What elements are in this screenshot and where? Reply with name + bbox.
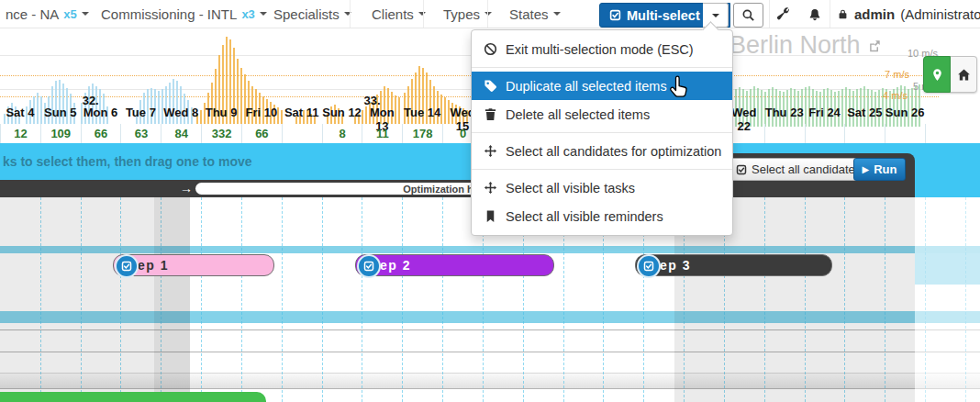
day-value: 66 — [81, 124, 121, 143]
open-location-icon[interactable] — [868, 39, 881, 52]
menu-item-exit-multi-selection-mode-esc-[interactable]: Exit multi-selection mode (ESC) — [472, 35, 732, 63]
location-title: Berlin North — [729, 31, 881, 60]
task-bar[interactable]: ep 3 — [635, 254, 832, 276]
day-value: 8 — [322, 124, 362, 143]
day-gridline — [362, 197, 362, 402]
move-icon — [484, 144, 497, 158]
day-value: 109 — [40, 124, 81, 143]
instruction-text: ks to select them, then drag one to move — [3, 154, 252, 169]
day-label: Sun 12 — [322, 106, 362, 122]
menu-item-select-all-candidates-for-optimization[interactable]: Select all candidates for optimization — [472, 137, 732, 165]
day-label: Thu 9 — [201, 106, 241, 122]
day-label: Fri 24 — [805, 106, 845, 122]
ban-icon — [484, 42, 497, 56]
menu-divider — [472, 169, 732, 170]
day-value: 84 — [161, 124, 201, 143]
task-label: ep 3 — [660, 258, 691, 273]
day-label: Mon 6 — [81, 106, 121, 122]
app-window: Berlin North 10 m/s7 m/s5 m/s4 m/s 32.33… — [0, 0, 980, 402]
navbar-divider — [769, 0, 770, 28]
menu-item-select-all-visible-reminders[interactable]: Select all visible reminders — [472, 202, 732, 230]
user-menu[interactable]: admin (Administrator) — [837, 0, 980, 28]
navbar-divider — [487, 0, 488, 28]
day-label: Tue 7 — [120, 106, 161, 122]
today-column — [154, 197, 190, 402]
day-value — [805, 124, 845, 143]
day-value — [885, 124, 926, 143]
filter-count-badge: x5 — [63, 7, 76, 21]
menu-item-select-all-visible-tasks[interactable]: Select all visible tasks — [472, 173, 732, 202]
check-square-icon — [736, 164, 747, 175]
tag-icon — [484, 79, 497, 93]
select-all-candidates-button[interactable]: Select all candidates — [728, 158, 869, 181]
day-value — [764, 124, 805, 143]
task-selected-badge[interactable] — [115, 254, 139, 278]
nav-filter-types[interactable]: Types — [434, 0, 501, 28]
run-button[interactable]: ▶ Run — [853, 158, 906, 181]
home-button[interactable] — [951, 56, 977, 93]
task-selected-badge[interactable] — [357, 254, 381, 278]
day-label: Wed 8 — [161, 106, 201, 122]
top-navbar: nce - NAx5Commissioning - INTLx3Speciali… — [0, 0, 980, 28]
bookmark-icon — [484, 209, 497, 223]
menu-item-duplicate-all-selected-items[interactable]: Duplicate all selected items — [472, 72, 732, 100]
nav-filter-states[interactable]: States — [500, 0, 570, 28]
menu-item-delete-all-selected-items[interactable]: Delete all selected items — [472, 100, 732, 128]
search-icon — [741, 8, 755, 22]
scale-label: 7 m/s — [854, 69, 909, 80]
day-value: 66 — [241, 124, 282, 143]
day-label: Fri 10 — [241, 106, 282, 122]
scale-label: 4 m/s — [852, 90, 908, 101]
task-bar[interactable]: ep 2 — [355, 254, 554, 276]
task-selected-badge[interactable] — [637, 254, 661, 278]
day-label: Sat 25 — [844, 106, 885, 122]
move-icon — [484, 181, 497, 195]
navbar-divider — [423, 0, 424, 28]
nav-filter-nce-na[interactable]: nce - NAx5 — [0, 0, 98, 28]
task-bar[interactable]: ep 1 — [113, 254, 274, 276]
day-value: 178 — [402, 124, 442, 143]
day-value: 11 — [362, 124, 402, 143]
map-toggle-group — [923, 56, 977, 93]
day-label: Tue 14 — [402, 106, 442, 122]
day-label: Sun 5 — [40, 106, 81, 122]
horizon-drag-arrow[interactable]: → — [180, 181, 193, 195]
nav-filter-specialists[interactable]: Specialists — [264, 0, 361, 28]
day-label: Mon 13 — [362, 106, 402, 122]
nav-filter-commissioning-intl[interactable]: Commissioning - INTLx3 — [92, 0, 276, 28]
task-label: ep 2 — [380, 258, 411, 273]
day-gridline — [442, 197, 443, 402]
day-label: Sun 26 — [885, 106, 925, 122]
lock-icon — [837, 8, 849, 20]
play-icon: ▶ — [863, 164, 870, 174]
trash-icon — [484, 107, 497, 121]
day-value — [844, 124, 885, 143]
day-label: Sat 11 — [282, 106, 322, 122]
navbar-divider — [350, 0, 351, 28]
optimization-panel: Select all candidates ▶ Run — [722, 153, 915, 197]
bottom-task-bar[interactable] — [0, 392, 266, 402]
day-value — [282, 124, 322, 143]
task-label: ep 1 — [138, 258, 169, 273]
day-value: 63 — [120, 124, 161, 143]
menu-divider — [472, 132, 732, 133]
day-label: Sat 4 — [0, 106, 40, 122]
chevron-down-icon — [484, 12, 492, 16]
wrench-icon[interactable] — [776, 6, 791, 21]
chevron-down-icon — [82, 12, 89, 16]
day-gridline — [241, 197, 242, 402]
day-value: 12 — [0, 124, 40, 143]
day-label: Thu 23 — [764, 106, 805, 122]
search-button[interactable] — [733, 3, 763, 28]
check-square-icon — [609, 9, 621, 21]
bell-icon[interactable] — [807, 6, 822, 21]
map-pin-button[interactable] — [923, 56, 951, 93]
menu-divider — [472, 67, 732, 68]
day-gridline — [282, 197, 283, 402]
filter-count-badge: x3 — [241, 7, 254, 21]
multi-select-dropdown: Exit multi-selection mode (ESC)Duplicate… — [471, 29, 733, 236]
day-gridline — [322, 197, 323, 402]
day-value: 332 — [201, 124, 241, 143]
nav-filter-clients[interactable]: Clients — [362, 0, 435, 28]
navbar-divider — [830, 0, 830, 28]
